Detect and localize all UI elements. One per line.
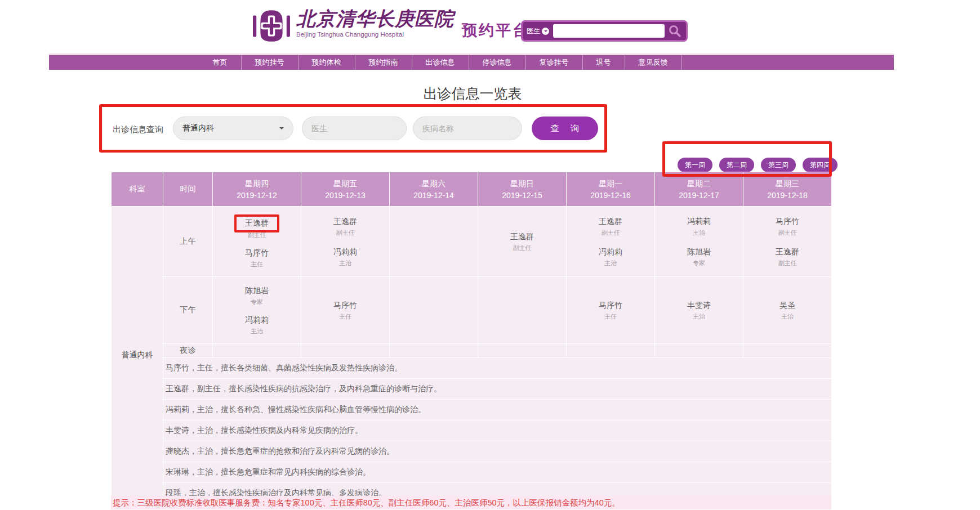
schedule-cell xyxy=(743,344,832,358)
doctor-entry[interactable]: 冯莉莉主治 xyxy=(245,314,269,335)
doctor-name: 吴圣 xyxy=(779,299,795,311)
doctor-name: 马序竹 xyxy=(245,247,269,258)
doctor-entry[interactable]: 马序竹主任 xyxy=(245,247,269,269)
week-button-2[interactable]: 第二周 xyxy=(719,158,754,172)
day-header-5: 星期一2019-12-16 xyxy=(567,172,655,207)
doctor-entry[interactable]: 马序竹主任 xyxy=(599,299,622,321)
doctor-entry[interactable]: 陈旭岩专家 xyxy=(687,246,711,267)
schedule-cell: 马序竹主任 xyxy=(301,277,390,344)
doctor-note-3: 冯莉莉，主治，擅长各种急、慢性感染性疾病和心脑血管等慢性病的诊治。 xyxy=(163,400,832,420)
doctor-title: 主任 xyxy=(339,312,351,321)
schedule-table: 科室时间星期四2019-12-12星期五2019-12-13星期六2019-12… xyxy=(111,172,832,504)
week-buttons: 第一周第二周第三周第四周 xyxy=(678,158,838,172)
select-caret-icon xyxy=(279,127,284,132)
doctor-entry[interactable]: 丰雯诗主治 xyxy=(687,299,711,321)
doctor-entry[interactable]: 王逸群副主任 xyxy=(333,216,357,237)
doctor-entries: 陈旭岩专家冯莉莉主治 xyxy=(213,277,301,343)
nav-item-revisit-register[interactable]: 复诊挂号 xyxy=(525,55,582,70)
magnifier-icon xyxy=(667,24,682,38)
doctor-entry[interactable]: 冯莉莉主治 xyxy=(599,246,622,267)
doctor-entry[interactable]: 马序竹副主任 xyxy=(776,216,799,237)
doctor-entries: 马序竹主任 xyxy=(567,277,654,343)
doctor-input[interactable] xyxy=(302,117,407,140)
schedule-cell xyxy=(478,344,567,358)
nav-item-refund[interactable]: 退号 xyxy=(582,55,625,70)
day-header-weekday: 星期一 xyxy=(567,179,654,189)
doctor-title: 副主任 xyxy=(602,229,620,237)
doctor-entry[interactable]: 王逸群副主任 xyxy=(510,231,534,252)
doctor-entry[interactable]: 冯莉莉主治 xyxy=(333,246,357,267)
doctor-entries: 王逸群副主任冯莉莉主治 xyxy=(567,207,654,276)
doctor-title: 主治 xyxy=(251,327,263,335)
day-header-2: 星期五2019-12-13 xyxy=(301,172,390,207)
hospital-name-zh: 北京清华长庚医院 xyxy=(296,7,454,30)
doctor-entry[interactable]: 马序竹主任 xyxy=(333,299,357,321)
doctor-name: 冯莉莉 xyxy=(333,246,357,257)
nav-item-home[interactable]: 首页 xyxy=(199,55,241,70)
top-search-widget: 医生 xyxy=(521,20,688,42)
doctor-name: 马序竹 xyxy=(333,299,357,311)
doctor-entry[interactable]: 王逸群副主任 xyxy=(234,214,279,239)
doctor-name: 丰雯诗 xyxy=(687,299,711,311)
nav-item-visit-info[interactable]: 出诊信息 xyxy=(412,55,469,70)
department-select[interactable]: 普通内科 xyxy=(173,117,293,140)
doctor-entry[interactable]: 王逸群副主任 xyxy=(776,246,799,267)
doctor-entries: 吴圣主治 xyxy=(743,277,831,343)
day-header-7: 星期三2019-12-18 xyxy=(743,172,832,207)
schedule-cell: 吴圣主治 xyxy=(743,277,832,344)
doctor-title: 主治 xyxy=(604,259,617,267)
nav-item-stop-info[interactable]: 停诊信息 xyxy=(469,55,525,70)
filter-label: 出诊信息查询 xyxy=(113,124,163,135)
disease-input[interactable] xyxy=(413,117,522,140)
search-category-dropdown[interactable]: 医生 xyxy=(527,26,549,36)
doctor-note-1: 马序竹，主任，擅长各类细菌、真菌感染性疾病及发热性疾病诊治。 xyxy=(163,358,832,379)
schedule-cell xyxy=(655,344,743,358)
search-category-label: 医生 xyxy=(527,26,540,36)
time-column-header: 时间 xyxy=(163,172,213,207)
day-header-weekday: 星期六 xyxy=(390,179,477,189)
department-select-value: 普通内科 xyxy=(182,123,214,133)
day-header-3: 星期六2019-12-14 xyxy=(390,172,478,207)
doctor-entries: 王逸群副主任冯莉莉主治 xyxy=(301,207,389,276)
doctor-entries: 王逸群副主任 xyxy=(478,207,566,276)
day-header-date: 2019-12-13 xyxy=(302,191,389,200)
schedule-cell xyxy=(390,277,478,344)
week-button-3[interactable]: 第三周 xyxy=(761,158,796,172)
week-button-1[interactable]: 第一周 xyxy=(678,158,712,172)
query-button[interactable]: 查 询 xyxy=(532,117,598,140)
week-button-4[interactable]: 第四周 xyxy=(803,158,838,172)
site-header: 北京清华长庚医院 Beijing Tsinghua Changgung Hosp… xyxy=(252,7,529,45)
day-header-1: 星期四2019-12-12 xyxy=(213,172,301,207)
day-header-date: 2019-12-18 xyxy=(744,191,831,200)
doctor-entry[interactable]: 陈旭岩专家 xyxy=(245,285,269,306)
doctor-name: 王逸群 xyxy=(776,246,799,257)
doctor-name: 马序竹 xyxy=(599,299,622,311)
nav-item-appointment-register[interactable]: 预约挂号 xyxy=(241,55,298,70)
page-title: 出诊信息一览表 xyxy=(0,84,945,103)
doctor-title: 副主任 xyxy=(778,229,797,237)
doctor-note-5: 龚晓杰，主治，擅长急危重症的抢救和治疗及内科常见病的诊治。 xyxy=(163,441,832,462)
schedule-cell: 王逸群副主任马序竹主任 xyxy=(213,207,301,277)
doctor-entry[interactable]: 冯莉莉主治 xyxy=(687,216,711,237)
day-header-date: 2019-12-17 xyxy=(656,191,742,200)
nav-item-checkup[interactable]: 预约体检 xyxy=(298,55,355,70)
schedule-cell xyxy=(301,344,390,358)
day-header-date: 2019-12-16 xyxy=(567,191,654,200)
schedule-cell: 王逸群副主任 xyxy=(478,207,567,277)
top-search-button[interactable] xyxy=(667,24,682,38)
doctor-title: 专家 xyxy=(693,259,705,267)
nav-item-feedback[interactable]: 意见反馈 xyxy=(625,55,682,70)
doctor-name: 陈旭岩 xyxy=(687,246,711,257)
schedule-cell xyxy=(478,277,567,344)
nav-item-guide[interactable]: 预约指南 xyxy=(355,55,412,70)
doctor-name: 王逸群 xyxy=(333,216,357,227)
doctor-entry[interactable]: 王逸群副主任 xyxy=(599,216,622,237)
dept-column-header: 科室 xyxy=(112,172,163,207)
doctor-name: 王逸群 xyxy=(510,231,534,242)
day-header-6: 星期二2019-12-17 xyxy=(655,172,743,207)
schedule-cell xyxy=(390,344,478,358)
schedule-cell: 马序竹副主任王逸群副主任 xyxy=(743,207,832,277)
doctor-entry[interactable]: 吴圣主治 xyxy=(779,299,795,321)
schedule-cell: 丰雯诗主治 xyxy=(655,277,743,344)
top-search-input[interactable] xyxy=(553,24,665,38)
